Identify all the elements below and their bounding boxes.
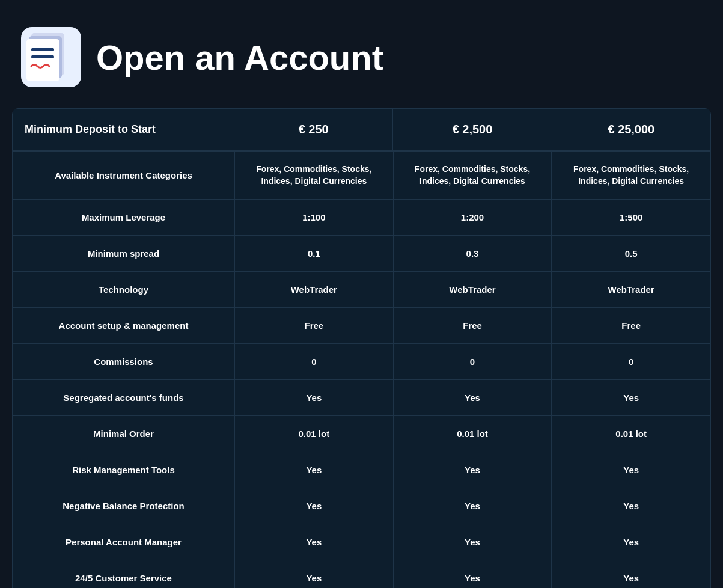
table-row-col4: Yes xyxy=(552,524,710,560)
table-row-col3: Forex, Commodities, Stocks, Indices, Dig… xyxy=(394,152,552,200)
table-row-col3: Yes xyxy=(394,560,552,588)
table-row-col3: Yes xyxy=(394,380,552,416)
table-row-col4: Yes xyxy=(552,452,710,488)
table-row-col2: 0 xyxy=(235,344,394,380)
col1-header: Minimum Deposit to Start xyxy=(13,109,234,151)
page-title: Open an Account xyxy=(96,37,383,78)
table-row-col2: 0.1 xyxy=(235,236,394,272)
table-row-col4: Yes xyxy=(552,380,710,416)
table-row-col4: WebTrader xyxy=(552,272,710,308)
table-row-col3: 0.3 xyxy=(394,236,552,272)
col-labels: Minimum Deposit to Start xyxy=(12,108,234,152)
table-row-label: Negative Balance Protection xyxy=(13,488,235,524)
table-row-col2: Free xyxy=(235,308,394,344)
header: Open an Account xyxy=(12,12,711,108)
table-row-col4: 0.01 lot xyxy=(552,416,710,452)
table-row-col3: WebTrader xyxy=(394,272,552,308)
table-row-col4: 0.5 xyxy=(552,236,710,272)
table-row-col4: 1:500 xyxy=(552,200,710,236)
table-row-col3: Free xyxy=(394,308,552,344)
table-row-label: 24/5 Customer Service xyxy=(13,560,235,588)
header-icon xyxy=(18,24,84,90)
table-row-col2: Yes xyxy=(235,380,394,416)
table-row-col4: Free xyxy=(552,308,710,344)
table-row-col4: 0 xyxy=(552,344,710,380)
table-row-col3: 0.01 lot xyxy=(394,416,552,452)
table-row-col4: Forex, Commodities, Stocks, Indices, Dig… xyxy=(552,152,710,200)
table-row-col3: 1:200 xyxy=(394,200,552,236)
table-row-col2: Yes xyxy=(235,560,394,588)
table-row-label: Personal Account Manager xyxy=(13,524,235,560)
col3-header: € 2,500 xyxy=(393,109,551,151)
table-row-col2: WebTrader xyxy=(235,272,394,308)
table-row-label: Technology xyxy=(13,272,235,308)
table-row-label: Minimum spread xyxy=(13,236,235,272)
table-row-label: Account setup & management xyxy=(13,308,235,344)
table-row-col2: Yes xyxy=(235,452,394,488)
table-row-label: Minimal Order xyxy=(13,416,235,452)
table-row-col2: Yes xyxy=(235,524,394,560)
table-row-col2: Forex, Commodities, Stocks, Indices, Dig… xyxy=(235,152,394,200)
table-row-label: Segregated account's funds xyxy=(13,380,235,416)
table-rows: Available Instrument CategoriesForex, Co… xyxy=(12,152,711,588)
table-row-col4: Yes xyxy=(552,560,710,588)
svg-rect-3 xyxy=(26,39,59,81)
table-row-col2: 1:100 xyxy=(235,200,394,236)
col-2500: € 2,500 xyxy=(393,108,552,152)
table-row-col2: Yes xyxy=(235,488,394,524)
col-250: € 250 xyxy=(234,108,393,152)
table-row-col4: Yes xyxy=(552,488,710,524)
table-row-col3: 0 xyxy=(394,344,552,380)
table-row-label: Risk Management Tools xyxy=(13,452,235,488)
table-row-col3: Yes xyxy=(394,524,552,560)
table-row-label: Maximum Leverage xyxy=(13,200,235,236)
table-row-col3: Yes xyxy=(394,488,552,524)
svg-rect-5 xyxy=(31,55,54,58)
svg-rect-4 xyxy=(31,48,54,51)
table-row-label: Commissions xyxy=(13,344,235,380)
table-row-col2: 0.01 lot xyxy=(235,416,394,452)
table-row-label: Available Instrument Categories xyxy=(13,152,235,200)
comparison-table: Minimum Deposit to Start € 250 € 2,500 €… xyxy=(12,108,711,152)
col4-header: € 25,000 xyxy=(552,109,710,151)
col2-header: € 250 xyxy=(234,109,392,151)
table-row-col3: Yes xyxy=(394,452,552,488)
col-25000: € 25,000 xyxy=(552,108,711,152)
